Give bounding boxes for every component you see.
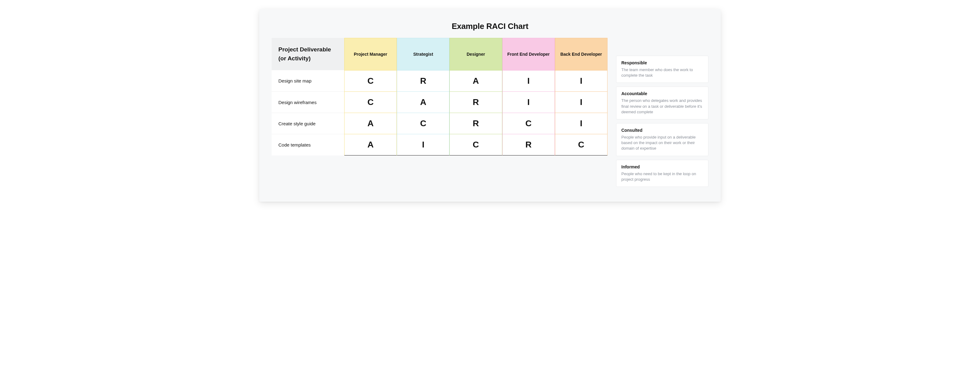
row-label: Create style guide xyxy=(272,113,344,134)
raci-cell: A xyxy=(449,70,502,91)
raci-table-wrap: Project Deliverable (or Activity) Projec… xyxy=(272,38,608,155)
legend-term: Consulted xyxy=(621,128,703,133)
row-label: Code templates xyxy=(272,134,344,155)
table-row: Code templates A I C R C xyxy=(272,134,608,155)
deliverable-header: Project Deliverable (or Activity) xyxy=(272,38,344,70)
raci-cell: C xyxy=(555,134,608,155)
legend-item-responsible: Responsible The team member who does the… xyxy=(616,56,708,83)
role-header-back-end-developer: Back End Developer xyxy=(555,38,608,70)
role-header-front-end-developer: Front End Developer xyxy=(502,38,555,70)
legend-item-informed: Informed People who need to be kept in t… xyxy=(616,160,708,187)
raci-cell: C xyxy=(344,70,397,91)
role-header-strategist: Strategist xyxy=(397,38,449,70)
raci-table: Project Deliverable (or Activity) Projec… xyxy=(272,38,608,155)
row-label: Design site map xyxy=(272,70,344,91)
legend-term: Accountable xyxy=(621,91,703,96)
chart-layout: Project Deliverable (or Activity) Projec… xyxy=(272,38,708,187)
raci-cell: I xyxy=(397,134,449,155)
table-row: Design site map C R A I I xyxy=(272,70,608,91)
role-header-project-manager: Project Manager xyxy=(344,38,397,70)
role-header-designer: Designer xyxy=(449,38,502,70)
legend-desc: The person who delegates work and provid… xyxy=(621,98,703,115)
raci-legend: Responsible The team member who does the… xyxy=(616,38,708,187)
raci-cell: A xyxy=(344,134,397,155)
legend-item-accountable: Accountable The person who delegates wor… xyxy=(616,86,708,120)
raci-cell: I xyxy=(502,91,555,113)
raci-cell: A xyxy=(397,91,449,113)
raci-cell: I xyxy=(555,70,608,91)
raci-cell: C xyxy=(344,91,397,113)
raci-cell: A xyxy=(344,113,397,134)
raci-cell: R xyxy=(397,70,449,91)
legend-desc: People who provide input on a deliverabl… xyxy=(621,134,703,152)
legend-term: Informed xyxy=(621,164,703,169)
legend-desc: The team member who does the work to com… xyxy=(621,67,703,78)
raci-cell: R xyxy=(449,113,502,134)
raci-cell: C xyxy=(449,134,502,155)
raci-cell: R xyxy=(449,91,502,113)
legend-desc: People who need to be kept in the loop o… xyxy=(621,171,703,182)
table-row: Create style guide A C R C I xyxy=(272,113,608,134)
legend-item-consulted: Consulted People who provide input on a … xyxy=(616,123,708,156)
raci-cell: C xyxy=(397,113,449,134)
raci-cell: C xyxy=(502,113,555,134)
legend-term: Responsible xyxy=(621,60,703,65)
chart-title: Example RACI Chart xyxy=(272,22,708,31)
raci-chart-card: Example RACI Chart Project Deliverable (… xyxy=(259,9,721,202)
raci-cell: I xyxy=(502,70,555,91)
raci-cell: R xyxy=(502,134,555,155)
raci-cell: I xyxy=(555,91,608,113)
row-label: Design wireframes xyxy=(272,91,344,113)
raci-cell: I xyxy=(555,113,608,134)
table-row: Design wireframes C A R I I xyxy=(272,91,608,113)
